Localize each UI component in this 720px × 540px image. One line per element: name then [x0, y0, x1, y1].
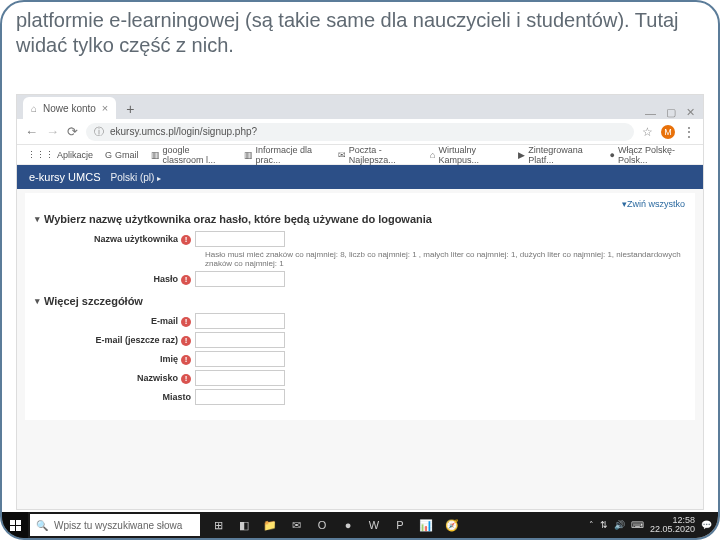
browser-tabbar: ⌂ Nowe konto × + — ▢ ✕ — [17, 95, 703, 119]
required-icon: ! — [181, 355, 191, 365]
bookmark-item[interactable]: ▥Informacje dla prac... — [244, 145, 326, 165]
row-email-confirm: E-mail (jeszcze raz)! — [35, 332, 685, 348]
required-icon: ! — [181, 374, 191, 384]
site-icon: ● — [609, 150, 614, 160]
label-username: Nazwa użytkownika! — [35, 234, 195, 245]
required-icon: ! — [181, 275, 191, 285]
tray-notifications-icon[interactable]: 💬 — [701, 520, 712, 530]
row-username: Nazwa użytkownika! — [35, 231, 685, 247]
row-firstname: Imię! — [35, 351, 685, 367]
input-lastname[interactable] — [195, 370, 285, 386]
input-city[interactable] — [195, 389, 285, 405]
taskbar-app[interactable]: ✉ — [284, 514, 308, 536]
new-tab-button[interactable]: + — [120, 99, 140, 119]
input-password[interactable] — [195, 271, 285, 287]
search-icon: 🔍 — [36, 520, 48, 531]
nav-reload-icon[interactable]: ⟳ — [67, 124, 78, 139]
tray-lang-icon[interactable]: ⌨ — [631, 520, 644, 530]
bookmark-item[interactable]: ●Włącz Polskę- Polsk... — [609, 145, 693, 165]
taskbar-app[interactable]: 📊 — [414, 514, 438, 536]
required-icon: ! — [181, 235, 191, 245]
bookmark-item[interactable]: ▥google classroom l... — [151, 145, 232, 165]
taskbar-app[interactable]: O — [310, 514, 334, 536]
section-credentials-header[interactable]: Wybierz nazwę użytkownika oraz hasło, kt… — [35, 213, 685, 225]
system-tray: ˄ ⇅ 🔊 ⌨ 12:58 22.05.2020 💬 — [589, 516, 718, 534]
windows-taskbar: 🔍 Wpisz tu wyszukiwane słowa ⊞ ◧ 📁 ✉ O ●… — [2, 512, 718, 538]
input-email[interactable] — [195, 313, 285, 329]
taskbar-search-placeholder: Wpisz tu wyszukiwane słowa — [54, 520, 182, 531]
apps-icon: ⋮⋮⋮ — [27, 150, 54, 160]
browser-address-bar: ← → ⟳ ⓘ ekursy.umcs.pl/login/signup.php?… — [17, 119, 703, 145]
url-box[interactable]: ⓘ ekursy.umcs.pl/login/signup.php? — [86, 123, 634, 141]
site-brand[interactable]: e-kursy UMCS — [29, 171, 101, 183]
tab-favicon-icon: ⌂ — [31, 103, 37, 114]
bookmark-item[interactable]: GGmail — [105, 150, 139, 160]
row-lastname: Nazwisko! — [35, 370, 685, 386]
tray-volume-icon[interactable]: 🔊 — [614, 520, 625, 530]
mail-icon: ✉ — [338, 150, 346, 160]
info-icon: ▥ — [244, 150, 253, 160]
bookmark-item[interactable]: ▶Zintegrowana Platf... — [518, 145, 597, 165]
taskbar-app[interactable]: P — [388, 514, 412, 536]
label-firstname: Imię! — [35, 354, 195, 365]
section-details-header[interactable]: Więcej szczegółów — [35, 295, 685, 307]
taskbar-search[interactable]: 🔍 Wpisz tu wyszukiwane słowa — [30, 514, 200, 536]
taskbar-app[interactable]: 🧭 — [440, 514, 464, 536]
profile-avatar[interactable]: M — [661, 125, 675, 139]
windows-icon — [10, 520, 21, 531]
site-header: e-kursy UMCS Polski (pl) — [17, 165, 703, 189]
browser-tab-active[interactable]: ⌂ Nowe konto × — [23, 97, 116, 119]
bookmark-star-icon[interactable]: ☆ — [642, 125, 653, 139]
window-close-button[interactable]: ✕ — [686, 106, 695, 119]
bookmark-item[interactable]: ✉Poczta - Najlepsza... — [338, 145, 418, 165]
window-maximize-button[interactable]: ▢ — [666, 106, 676, 119]
window-minimize-button[interactable]: — — [645, 107, 656, 119]
bookmarks-bar: ⋮⋮⋮Aplikacje GGmail ▥google classroom l.… — [17, 145, 703, 165]
required-icon: ! — [181, 317, 191, 327]
tab-title: Nowe konto — [43, 103, 96, 114]
form-panel: Zwiń wszystko Wybierz nazwę użytkownika … — [25, 193, 695, 420]
input-firstname[interactable] — [195, 351, 285, 367]
tray-overflow-icon[interactable]: ˄ — [589, 520, 594, 530]
input-email-confirm[interactable] — [195, 332, 285, 348]
label-password: Hasło! — [35, 274, 195, 285]
slide-caption: platformie e-learningowej (są takie same… — [2, 2, 718, 66]
collapse-all-link[interactable]: Zwiń wszystko — [35, 199, 685, 209]
bookmark-item[interactable]: ⌂Wirtualny Kampus... — [430, 145, 506, 165]
label-email-confirm: E-mail (jeszcze raz)! — [35, 335, 195, 346]
row-password: Hasło! — [35, 271, 685, 287]
taskbar-app[interactable]: 📁 — [258, 514, 282, 536]
input-username[interactable] — [195, 231, 285, 247]
row-city: Miasto — [35, 389, 685, 405]
taskbar-app[interactable]: ● — [336, 514, 360, 536]
required-icon: ! — [181, 336, 191, 346]
language-selector[interactable]: Polski (pl) — [111, 172, 161, 183]
tray-date: 22.05.2020 — [650, 525, 695, 534]
label-email: E-mail! — [35, 316, 195, 327]
page-content: e-kursy UMCS Polski (pl) Zwiń wszystko W… — [17, 165, 703, 509]
nav-back-icon[interactable]: ← — [25, 124, 38, 139]
browser-window: ⌂ Nowe konto × + — ▢ ✕ ← → ⟳ ⓘ ekursy.um… — [16, 94, 704, 510]
taskbar-app[interactable]: ⊞ — [206, 514, 230, 536]
url-text: ekursy.umcs.pl/login/signup.php? — [110, 126, 257, 137]
taskbar-apps: ⊞ ◧ 📁 ✉ O ● W P 📊 🧭 — [206, 514, 464, 536]
browser-menu-icon[interactable]: ⋮ — [683, 125, 695, 139]
tab-close-icon[interactable]: × — [102, 102, 108, 114]
slide-frame: platformie e-learningowej (są takie same… — [0, 0, 720, 540]
start-button[interactable] — [2, 512, 28, 538]
taskbar-app[interactable]: W — [362, 514, 386, 536]
site-info-icon[interactable]: ⓘ — [94, 125, 104, 139]
label-city: Miasto — [35, 392, 195, 402]
tray-network-icon[interactable]: ⇅ — [600, 520, 608, 530]
taskbar-app[interactable]: ◧ — [232, 514, 256, 536]
password-requirements: Hasło musi mieć znaków co najmniej: 8, l… — [205, 250, 685, 268]
campus-icon: ⌂ — [430, 150, 435, 160]
classroom-icon: ▥ — [151, 150, 160, 160]
nav-forward-icon[interactable]: → — [46, 124, 59, 139]
bookmark-item[interactable]: ⋮⋮⋮Aplikacje — [27, 150, 93, 160]
row-email: E-mail! — [35, 313, 685, 329]
tray-clock[interactable]: 12:58 22.05.2020 — [650, 516, 695, 534]
youtube-icon: ▶ — [518, 150, 525, 160]
gmail-icon: G — [105, 150, 112, 160]
label-lastname: Nazwisko! — [35, 373, 195, 384]
